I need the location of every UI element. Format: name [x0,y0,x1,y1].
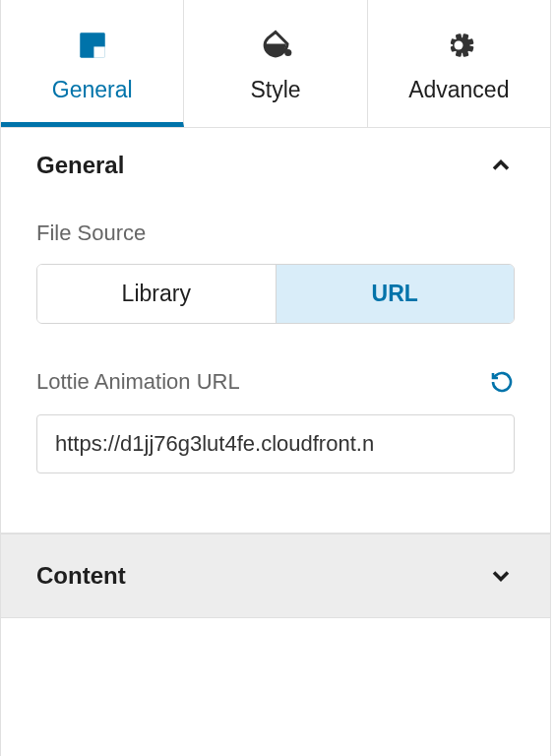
svg-point-2 [284,49,291,56]
chevron-down-icon [487,562,515,590]
section-general-body: File Source Library URL Lottie Animation… [1,203,550,533]
file-source-segmented: Library URL [36,264,515,324]
section-content-header[interactable]: Content [1,535,550,617]
style-icon [258,28,293,63]
section-title: Content [36,562,126,590]
section-general-header[interactable]: General [1,128,550,203]
settings-panel: General Style Advanced General File Sour… [0,0,551,756]
tab-label: Style [250,77,300,103]
tab-advanced[interactable]: Advanced [368,0,550,127]
section-title: General [36,152,124,179]
svg-rect-1 [93,46,104,57]
tab-style[interactable]: Style [184,0,367,127]
tab-label: General [52,77,133,103]
tabs-row: General Style Advanced [1,0,550,128]
lottie-url-input[interactable] [36,414,515,473]
chevron-up-icon [487,152,515,179]
gear-icon [441,28,476,63]
tab-label: Advanced [408,77,509,103]
lottie-url-label: Lottie Animation URL [36,369,240,395]
lottie-url-row: Lottie Animation URL [36,369,515,395]
section-general: General File Source Library URL Lottie A… [1,128,550,534]
general-icon [75,28,110,63]
tab-general[interactable]: General [1,0,184,127]
file-source-label: File Source [36,220,515,246]
svg-point-3 [455,41,463,50]
reset-button[interactable] [489,369,515,395]
segment-url[interactable]: URL [277,265,515,323]
segment-library[interactable]: Library [37,265,277,323]
section-content: Content [1,534,550,618]
